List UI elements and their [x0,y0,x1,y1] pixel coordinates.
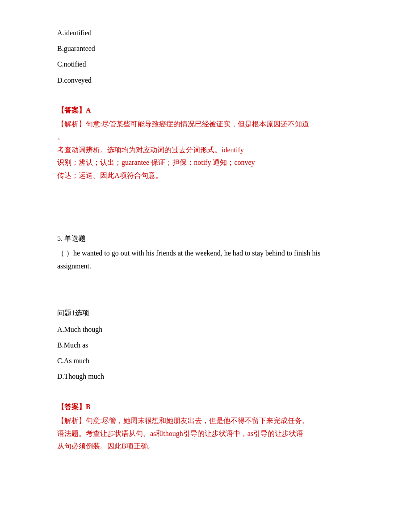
question5-answer: 【答案】B 【解析】句意:尽管，她周末很想和她朋友出去，但是他不得不留下来完成任… [57,392,354,453]
option-a: A.identified [57,27,354,39]
q5-option-a: A.Much though [57,323,354,335]
option-b: B.guaranteed [57,42,354,54]
question4-answer: 【答案】A 【解析】句意:尽管某些可能导致癌症的情况已经被证实，但是根本原因还不… [57,95,354,182]
option-c: C.notified [57,58,354,70]
explanation5: 【解析】句意:尽管，她周末很想和她朋友出去，但是他不得不留下来完成任务。 语法题… [57,415,354,453]
question5-section: 5. 单选题 （ ）he wanted to go out with his f… [57,232,354,273]
answer5-label: 【答案】B [57,401,354,413]
question5-text: （ ）he wanted to go out with his friends … [57,247,354,273]
explanation4: 【解析】句意:尽管某些可能导致癌症的情况已经被证实，但是根本原因还不知道 。 考… [57,118,354,182]
q5-option-c: C.As much [57,355,354,367]
question5-number: 5. 单选题 [57,232,354,244]
question4-options: A.identified B.guaranteed C.notified D.c… [57,27,354,86]
q5-option-b: B.Much as [57,339,354,351]
answer4-label: 【答案】A [57,104,354,116]
question5-options-label: 问题1选项 [57,307,354,319]
q5-option-d: D.Though much [57,370,354,382]
option-d: D.conveyed [57,74,354,86]
question5-options: A.Much though B.Much as C.As much D.Thou… [57,323,354,383]
